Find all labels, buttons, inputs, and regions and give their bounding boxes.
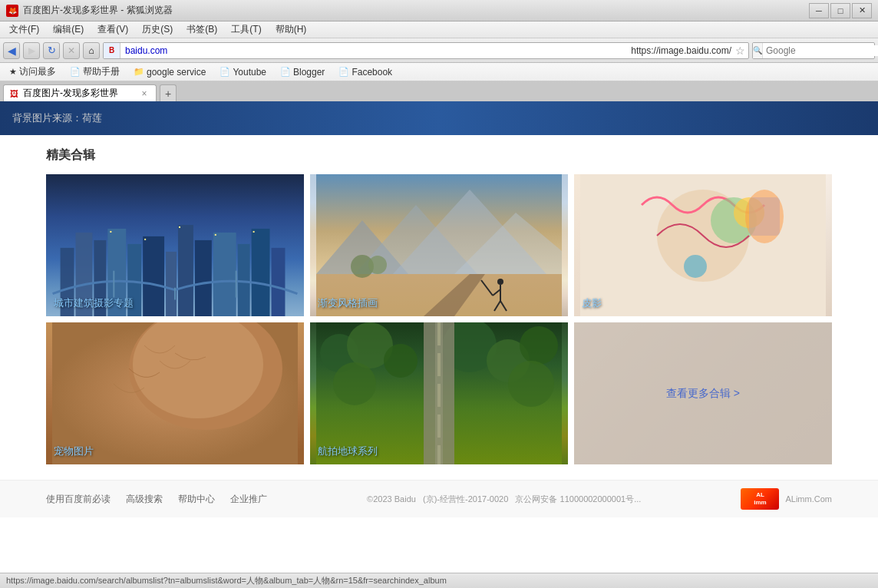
menu-tools[interactable]: 工具(T) <box>225 21 267 38</box>
help-label: 帮助手册 <box>83 65 120 78</box>
tab-close-button[interactable]: × <box>139 88 150 99</box>
menu-file[interactable]: 文件(F) <box>3 21 45 38</box>
footer-right: ALimm ALimm.Com <box>741 488 832 510</box>
menu-help[interactable]: 帮助(H) <box>269 21 313 38</box>
footer-link-help[interactable]: 帮助中心 <box>178 493 215 506</box>
city-image <box>46 174 304 316</box>
status-url: https://image.baidu.com/search/albumslis… <box>6 575 447 586</box>
bookmark-most-visited[interactable]: ★ 访问最多 <box>5 64 61 80</box>
window-title: 百度图片-发现多彩世界 - 紫狐浏览器 <box>23 4 173 17</box>
svg-rect-6 <box>143 236 164 316</box>
gallery-item-aerial[interactable]: 航拍地球系列 <box>310 322 568 464</box>
gallery-item-more[interactable]: 查看更多合辑 > <box>574 322 832 464</box>
menu-history[interactable]: 历史(S) <box>136 21 179 38</box>
forward-button[interactable]: ▶ <box>23 42 40 59</box>
gallery-item-dog[interactable]: 宠物图片 <box>46 322 304 464</box>
address-domain: baidu.com <box>120 45 631 56</box>
svg-rect-21 <box>253 230 255 232</box>
menu-edit[interactable]: 编辑(E) <box>47 21 90 38</box>
menu-bookmarks[interactable]: 书签(B) <box>180 21 223 38</box>
illustration-label: 渐变风格插画 <box>318 296 378 310</box>
blogger-label: Blogger <box>293 67 325 78</box>
footer-icp: 京公网安备 11000002000001号... <box>515 494 641 504</box>
svg-rect-20 <box>215 233 216 235</box>
svg-rect-13 <box>272 247 286 316</box>
tab-bar: 🖼 百度图片-发现多彩世界 × + <box>0 81 878 101</box>
see-more-overlay: 查看更多合辑 > <box>574 322 832 464</box>
youtube-page-icon: 📄 <box>220 67 230 77</box>
aerial-image <box>310 322 568 464</box>
bookmark-blogger[interactable]: 📄 Blogger <box>276 65 329 79</box>
svg-rect-12 <box>252 228 270 316</box>
city-link[interactable]: 城市建筑摄影专题 <box>54 297 134 309</box>
illustration-link[interactable]: 渐变风格插画 <box>318 297 378 309</box>
tab-title: 百度图片-发现多彩世界 <box>23 87 134 100</box>
page-content: 背景图片来源：荷莲 精美合辑 <box>0 101 878 573</box>
svg-point-31 <box>497 279 503 285</box>
title-bar-left: 🦊 百度图片-发现多彩世界 - 紫狐浏览器 <box>6 4 173 17</box>
menu-view[interactable]: 查看(V) <box>91 21 134 38</box>
refresh-button[interactable]: ↻ <box>43 42 60 59</box>
new-tab-button[interactable]: + <box>160 84 177 101</box>
footer-links: 使用百度前必读 高级搜索 帮助中心 企业推广 <box>46 493 267 506</box>
back-button[interactable]: ◀ <box>3 42 20 59</box>
search-engine-button[interactable]: 🔍 <box>753 43 763 58</box>
aerial-label: 航拍地球系列 <box>318 444 378 458</box>
svg-rect-60 <box>437 384 441 407</box>
footer-center: ©2023 Baidu (京)-经营性-2017-0020 京公网安备 1100… <box>367 494 641 505</box>
watermark-site: ALimm.Com <box>785 494 832 504</box>
dog-label: 宠物图片 <box>54 444 94 458</box>
help-icon: 📄 <box>70 67 81 77</box>
shadow-label: 皮影 <box>582 296 602 310</box>
svg-rect-8 <box>178 224 193 316</box>
footer-license: (京)-经营性-2017-0020 <box>423 494 508 504</box>
title-bar: 🦊 百度图片-发现多彩世界 - 紫狐浏览器 ─ □ ✕ <box>0 0 878 21</box>
aerial-link[interactable]: 航拍地球系列 <box>318 445 378 457</box>
dog-link[interactable]: 宠物图片 <box>54 445 94 457</box>
svg-rect-58 <box>437 322 441 345</box>
google-service-label: google service <box>147 67 206 78</box>
address-url: https://image.baidu.com/ <box>631 45 731 56</box>
active-tab[interactable]: 🖼 百度图片-发现多彩世界 × <box>3 84 157 101</box>
close-button[interactable]: ✕ <box>852 3 872 18</box>
svg-rect-7 <box>166 251 177 316</box>
gallery-item-illustration[interactable]: 渐变风格插画 <box>310 174 568 316</box>
browser-icon: 🦊 <box>6 5 18 17</box>
illustration-svg <box>310 174 568 316</box>
search-input[interactable] <box>763 45 878 56</box>
svg-rect-19 <box>179 226 180 227</box>
shadow-link[interactable]: 皮影 <box>582 297 602 309</box>
bookmark-star-button[interactable]: ☆ <box>731 42 748 59</box>
footer-link-advanced-search[interactable]: 高级搜索 <box>126 493 163 506</box>
bookmark-youtube[interactable]: 📄 Youtube <box>215 65 271 79</box>
svg-rect-62 <box>437 445 441 464</box>
page-footer: 使用百度前必读 高级搜索 帮助中心 企业推广 ©2023 Baidu (京)-经… <box>0 480 878 517</box>
status-bar: https://image.baidu.com/search/albumslis… <box>0 573 878 588</box>
svg-rect-9 <box>195 239 212 316</box>
gallery-item-city[interactable]: 城市建筑摄影专题 <box>46 174 304 316</box>
minimize-button[interactable]: ─ <box>809 3 829 18</box>
address-bar[interactable]: B baidu.com https://image.baidu.com/ ☆ <box>103 42 749 59</box>
gallery-grid: 城市建筑摄影专题 <box>46 174 832 464</box>
search-engine-icon: 🔍 <box>753 46 762 55</box>
bookmark-help[interactable]: 📄 帮助手册 <box>65 64 124 80</box>
gallery-section: 精美合辑 <box>0 135 878 480</box>
svg-rect-59 <box>437 353 441 376</box>
maximize-button[interactable]: □ <box>830 3 850 18</box>
navigation-bar: ◀ ▶ ↻ ✕ ⌂ B baidu.com https://image.baid… <box>0 38 878 63</box>
footer-link-usage[interactable]: 使用百度前必读 <box>46 493 111 506</box>
home-button[interactable]: ⌂ <box>83 42 100 59</box>
footer-link-enterprise[interactable]: 企业推广 <box>230 493 267 506</box>
gallery-item-shadow[interactable]: 皮影 <box>574 174 832 316</box>
facebook-page-icon: 📄 <box>338 67 349 77</box>
dog-image <box>46 322 304 464</box>
svg-rect-17 <box>110 230 111 232</box>
facebook-label: Facebook <box>352 67 392 78</box>
section-title: 精美合辑 <box>46 147 832 164</box>
stop-button[interactable]: ✕ <box>63 42 80 59</box>
svg-rect-61 <box>437 415 441 438</box>
see-more-button[interactable]: 查看更多合辑 > <box>666 387 740 401</box>
search-bar[interactable]: 🔍 ▶ <box>752 42 875 59</box>
bookmark-google-service[interactable]: 📁 google service <box>129 65 210 79</box>
bookmark-facebook[interactable]: 📄 Facebook <box>334 65 397 79</box>
